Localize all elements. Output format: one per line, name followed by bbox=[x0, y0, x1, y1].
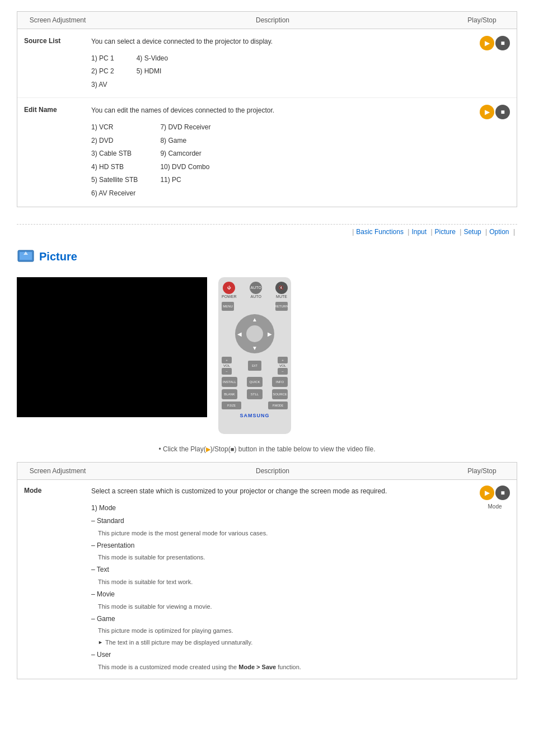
remote-install-btn[interactable]: INSTALL bbox=[222, 377, 237, 387]
source-item-5: 5) HDMI bbox=[137, 66, 168, 78]
remote-power-button[interactable]: ⏻ bbox=[223, 282, 235, 294]
remote-info-btn[interactable]: INFO bbox=[272, 377, 288, 387]
mode-standard-title: – Standard bbox=[91, 515, 454, 528]
mode-user-desc: This mode is a customized mode created u… bbox=[91, 661, 454, 673]
device-item-2: 2) DVD bbox=[91, 135, 138, 147]
mode-game: – Game This picture mode is optimized fo… bbox=[91, 613, 454, 649]
mode-text-title: – Text bbox=[91, 563, 454, 576]
remote-auto-button[interactable]: AUTO bbox=[250, 282, 262, 294]
source-item-1: 1) PC 1 bbox=[91, 53, 114, 65]
picture-section-content: ⏻ POWER AUTO AUTO 🔇 MUTE MENU RETUR bbox=[17, 277, 517, 434]
source-item-4: 4) S-Video bbox=[137, 53, 168, 65]
remote-nav-center[interactable] bbox=[246, 325, 263, 342]
remote-voc-up[interactable]: + bbox=[278, 357, 288, 363]
play-stop-button-1[interactable]: ▶ ■ bbox=[480, 36, 510, 50]
stop-icon-1[interactable]: ■ bbox=[495, 36, 510, 50]
instruction-text: • Click the Play(▶)/Stop(■) button in th… bbox=[17, 445, 517, 453]
remote-nav-circle[interactable]: ▲ ▼ ◀ ▶ bbox=[235, 314, 274, 353]
mode-standard-desc: This picture mode is the most general mo… bbox=[91, 528, 454, 539]
nav-bar: | Basic Functions | Input | Picture | Se… bbox=[17, 224, 517, 239]
device-item-11: 11) PC bbox=[160, 174, 210, 186]
mode-user-desc-suffix: function. bbox=[276, 664, 301, 670]
remote-top-row: ⏻ POWER AUTO AUTO 🔇 MUTE bbox=[222, 282, 288, 298]
play-icon-2[interactable]: ▶ bbox=[480, 105, 494, 119]
remote-mute-button[interactable]: 🔇 bbox=[275, 282, 288, 294]
remote-stll-btn[interactable]: STLL bbox=[247, 389, 263, 399]
mode-standard: – Standard This picture mode is the most… bbox=[91, 515, 454, 539]
nav-sep-5: | bbox=[484, 228, 487, 236]
device-item-5: 5) Satellite STB bbox=[91, 174, 138, 186]
triangle-icon: ► bbox=[98, 638, 103, 647]
page-wrapper: Screen Adjustment Description Play/Stop … bbox=[0, 0, 534, 690]
edit-name-row: Edit Name You can edit the names of devi… bbox=[17, 98, 517, 206]
remote-vol-down[interactable]: − bbox=[222, 368, 232, 375]
remote-voc-down[interactable]: − bbox=[278, 368, 288, 375]
remote-source-btn[interactable]: SOURCE bbox=[272, 389, 288, 399]
mode-text: – Text This mode is suitable for text wo… bbox=[91, 563, 454, 588]
col-playstop-header: Play/Stop bbox=[454, 16, 510, 24]
play-icon-1[interactable]: ▶ bbox=[480, 36, 494, 50]
remote-menu-button[interactable]: MENU bbox=[222, 302, 234, 311]
mode-label: Mode bbox=[24, 486, 91, 494]
picture-title: Picture bbox=[39, 250, 77, 263]
mode-movie-title: – Movie bbox=[91, 588, 454, 601]
play-stop-button-2[interactable]: ▶ ■ bbox=[480, 105, 510, 119]
nav-option[interactable]: Option bbox=[489, 228, 509, 236]
source-list-row: Source List You can select a device conn… bbox=[17, 29, 517, 98]
mode-game-note: ► The text in a still picture may be dis… bbox=[91, 637, 454, 648]
remote-pmode-btn[interactable]: P.MODE bbox=[268, 402, 288, 409]
nav-sep-3: | bbox=[429, 228, 432, 236]
remote-ext-btn[interactable]: EXT bbox=[248, 361, 261, 371]
play-stop-button-3[interactable]: ▶ ■ bbox=[480, 486, 510, 500]
mode-game-title: – Game bbox=[91, 613, 454, 626]
mode-content: Select a screen state which is customize… bbox=[91, 486, 454, 673]
mode-user-desc-prefix: This mode is a customized mode created u… bbox=[98, 664, 238, 670]
mode-button-label: Mode bbox=[488, 503, 502, 510]
remote-power-label: POWER bbox=[222, 295, 236, 298]
edit-name-content: You can edit the names of devices connec… bbox=[91, 105, 454, 199]
remote-blank-btn[interactable]: BLANK bbox=[222, 389, 237, 399]
remote-auto-label: AUTO bbox=[251, 295, 261, 298]
source-list-label: Source List bbox=[24, 36, 91, 45]
mode-presentation-desc: This mode is suitable for presentations. bbox=[91, 552, 454, 563]
remote-voc-col: + VOL − bbox=[278, 357, 288, 375]
mode-action: ▶ ■ Mode bbox=[454, 486, 510, 510]
mode-list: 1) Mode – Standard This picture mode is … bbox=[91, 502, 454, 673]
edit-name-left-col: 1) VCR 2) DVD 3) Cable STB 4) HD STB 5) … bbox=[91, 122, 138, 200]
mode-text-desc: This mode is suitable for text work. bbox=[91, 576, 454, 588]
source-list-left-col: 1) PC 1 2) PC 2 3) AV bbox=[91, 53, 114, 91]
source-list-content: You can select a device connected to the… bbox=[91, 36, 454, 91]
nav-basic-functions[interactable]: Basic Functions bbox=[356, 228, 404, 236]
source-item-3: 3) AV bbox=[91, 79, 114, 91]
picture-section-icon bbox=[17, 248, 35, 266]
device-item-1: 1) VCR bbox=[91, 122, 138, 134]
nav-picture[interactable]: Picture bbox=[435, 228, 456, 236]
nav-sep-1: | bbox=[352, 228, 354, 236]
edit-name-right-col: 7) DVD Receiver 8) Game 9) Camcorder 10)… bbox=[160, 122, 210, 200]
remote-return-button[interactable]: RETURN bbox=[275, 302, 288, 311]
edit-name-action: ▶ ■ bbox=[454, 105, 510, 119]
nav-setup[interactable]: Setup bbox=[463, 228, 481, 236]
remote-samsung-logo: SAMSUNG bbox=[240, 413, 269, 418]
bottom-col-desc-header: Description bbox=[91, 467, 454, 475]
remote-quick-btn[interactable]: QUICK bbox=[247, 377, 263, 387]
source-list-right-col: 4) S-Video 5) HDMI bbox=[137, 53, 168, 91]
play-icon-3[interactable]: ▶ bbox=[480, 486, 494, 500]
bottom-col-screen-header: Screen Adjustment bbox=[24, 467, 91, 475]
mode-game-desc: This picture mode is optimized for playi… bbox=[91, 625, 454, 637]
top-table: Screen Adjustment Description Play/Stop … bbox=[17, 11, 517, 207]
mode-presentation: – Presentation This mode is suitable for… bbox=[91, 539, 454, 564]
device-item-10: 10) DVD Combo bbox=[160, 161, 210, 174]
stop-icon-3[interactable]: ■ bbox=[495, 486, 510, 500]
remote-control: ⏻ POWER AUTO AUTO 🔇 MUTE MENU RETUR bbox=[218, 277, 291, 434]
stop-icon-2[interactable]: ■ bbox=[495, 105, 510, 119]
nav-input[interactable]: Input bbox=[411, 228, 427, 236]
video-preview bbox=[17, 277, 207, 417]
nav-sep-6: | bbox=[512, 228, 515, 236]
mode-presentation-title: – Presentation bbox=[91, 539, 454, 552]
remote-vol-up[interactable]: + bbox=[222, 357, 232, 363]
device-item-8: 8) Game bbox=[160, 135, 210, 147]
bottom-col-playstop-header: Play/Stop bbox=[454, 467, 510, 475]
remote-psize-btn[interactable]: P.SIZE bbox=[222, 402, 241, 409]
mode-movie-desc: This mode is suitable for viewing a movi… bbox=[91, 601, 454, 613]
